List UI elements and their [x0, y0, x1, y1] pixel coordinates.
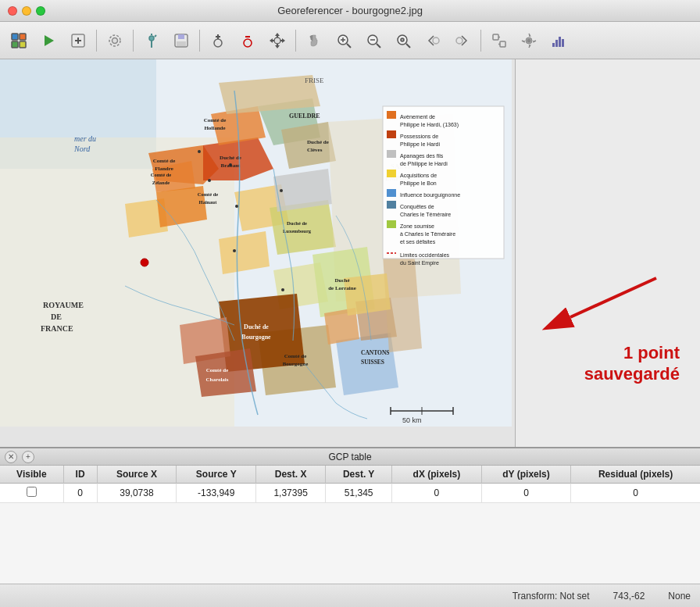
svg-text:Brabant: Brabant: [221, 162, 241, 169]
status-bar: Transform: Not set 743,-62 None: [0, 584, 700, 607]
app-window: Georeferencer - bourgogne2.jpg: [0, 0, 700, 607]
svg-point-47: [527, 38, 531, 42]
svg-text:SUISSES: SUISSES: [361, 359, 384, 366]
window-title: Georeferencer - bourgogne2.jpg: [277, 5, 423, 16]
gcp-add-button[interactable]: +: [22, 451, 34, 463]
svg-rect-48: [552, 43, 555, 47]
svg-point-125: [141, 259, 148, 266]
svg-line-34: [347, 44, 351, 48]
svg-rect-44: [500, 41, 505, 47]
svg-text:Luxembourg: Luxembourg: [283, 228, 312, 234]
svg-text:Nord: Nord: [73, 145, 91, 153]
svg-text:Duché de: Duché de: [244, 323, 269, 330]
add-point-button[interactable]: [204, 27, 232, 55]
toolbar: [0, 22, 700, 59]
svg-point-8: [112, 37, 118, 43]
svg-text:Duché de: Duché de: [287, 220, 307, 226]
cell-visible[interactable]: [0, 484, 63, 503]
svg-text:Charolais: Charolais: [205, 377, 228, 383]
start-georeferencing-button[interactable]: [34, 27, 62, 55]
svg-text:FRANCE: FRANCE: [41, 324, 73, 333]
svg-rect-101: [387, 111, 396, 119]
gcp-header-icons: ✕ +: [5, 451, 34, 463]
svg-marker-30: [282, 38, 285, 43]
svg-text:ROYAUME: ROYAUME: [43, 301, 84, 309]
gcp-close-button[interactable]: ✕: [5, 451, 17, 463]
svg-text:Zone soumise: Zone soumise: [400, 223, 434, 229]
mode-status: None: [668, 591, 691, 602]
svg-text:et ses défaites: et ses défaites: [400, 239, 436, 245]
close-button[interactable]: [8, 6, 17, 16]
col-dest-y: Dest. Y: [326, 466, 392, 484]
svg-point-59: [280, 189, 283, 192]
svg-text:Bourgogne: Bourgogne: [283, 361, 309, 367]
move-point-button[interactable]: [263, 27, 291, 55]
svg-point-22: [274, 37, 280, 44]
table-row[interactable]: 039,0738-133,9491,3739551,345000: [0, 484, 700, 503]
svg-text:à Charles le Téméraire: à Charles le Téméraire: [400, 231, 455, 237]
svg-text:Comté de: Comté de: [151, 172, 172, 177]
svg-text:Apanages des fils: Apanages des fils: [400, 153, 444, 159]
svg-rect-43: [493, 34, 498, 40]
map-svg: mer du Nord FRISE Comté de Hollande GUEL…: [0, 59, 512, 427]
zoom-to-layer-button[interactable]: [389, 27, 417, 55]
zoom-next-button[interactable]: [448, 27, 477, 55]
gcp-table-body: 039,0738-133,9491,3739551,345000: [0, 484, 700, 503]
separator-2: [133, 30, 134, 52]
zoom-in-button[interactable]: [330, 27, 358, 55]
svg-point-55: [198, 150, 201, 153]
svg-text:Philippe le Hardi, (1363): Philippe le Hardi, (1363): [400, 122, 459, 128]
gcp-table-wrapper[interactable]: VisibleIDSource XSource YDest. XDest. Yd…: [0, 466, 700, 584]
svg-text:Comté de: Comté de: [198, 191, 219, 197]
svg-point-58: [235, 205, 238, 208]
content-area: mer du Nord FRISE Comté de Hollande GUEL…: [0, 59, 700, 447]
maximize-button[interactable]: [36, 6, 45, 16]
title-bar: Georeferencer - bourgogne2.jpg: [0, 0, 700, 22]
svg-text:Comté de: Comté de: [206, 367, 229, 373]
svg-marker-24: [275, 33, 280, 36]
svg-rect-110: [387, 170, 396, 177]
svg-text:Avènement de: Avènement de: [400, 114, 435, 120]
table-cell: 0: [481, 484, 570, 503]
svg-point-61: [281, 288, 284, 291]
col-visible: Visible: [0, 466, 63, 484]
transform-settings-button[interactable]: [101, 27, 129, 55]
delete-point-button[interactable]: [234, 27, 262, 55]
col-source-y: Source Y: [177, 466, 256, 484]
svg-text:Duché de: Duché de: [220, 155, 241, 161]
table-cell: 0: [571, 484, 700, 503]
open-raster-button[interactable]: [5, 27, 33, 55]
svg-text:50 km: 50 km: [402, 416, 422, 424]
svg-rect-115: [387, 201, 396, 209]
right-panel: 1 point sauvegardé: [516, 59, 700, 447]
svg-point-42: [456, 37, 462, 44]
generate-gdal-button[interactable]: [64, 27, 92, 55]
svg-text:Philippe le Bon: Philippe le Bon: [400, 180, 437, 187]
col-id: ID: [63, 466, 97, 484]
svg-text:Comté de: Comté de: [284, 353, 307, 359]
svg-text:Limites occidentales: Limites occidentales: [400, 252, 450, 258]
table-cell: 0: [63, 484, 97, 503]
svg-text:Bourgogne: Bourgogne: [241, 334, 271, 341]
svg-point-17: [214, 39, 222, 47]
link-qgis-button[interactable]: [485, 27, 513, 55]
zoom-out-button[interactable]: [359, 27, 388, 55]
svg-line-12: [155, 35, 156, 37]
arrow-svg: [531, 262, 672, 341]
coordinates-status: 743,-62: [613, 591, 645, 602]
svg-rect-16: [177, 41, 186, 46]
pan-button[interactable]: [300, 27, 328, 55]
col-dx-pixels: dX (pixels): [392, 466, 482, 484]
svg-text:Possessions de: Possessions de: [400, 134, 438, 139]
svg-rect-107: [387, 150, 396, 158]
minimize-button[interactable]: [22, 6, 31, 16]
svg-point-60: [233, 249, 236, 252]
histogram-button[interactable]: [545, 27, 573, 55]
map-panel[interactable]: mer du Nord FRISE Comté de Hollande GUEL…: [0, 59, 516, 447]
gcp-panel: ✕ + GCP table VisibleIDSource XSource YD…: [0, 447, 700, 584]
save-gcp-button[interactable]: [167, 27, 195, 55]
load-gcp-button[interactable]: [138, 27, 166, 55]
visible-checkbox[interactable]: [27, 487, 37, 497]
settings-button[interactable]: [515, 27, 543, 55]
zoom-last-button[interactable]: [419, 27, 447, 55]
